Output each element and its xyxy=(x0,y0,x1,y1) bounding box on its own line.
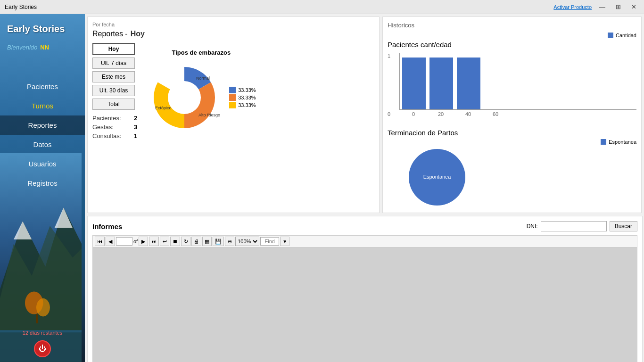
buscar-button[interactable]: Buscar xyxy=(610,221,637,231)
gestas-label: Gestas: xyxy=(92,123,130,131)
svg-text:Espontanea: Espontanea xyxy=(423,174,452,180)
sidebar-content: Early Stories Bienvenido NN Pacientes Tu… xyxy=(0,14,85,362)
x-label-0: 0 xyxy=(402,111,425,117)
sidebar-item-registros[interactable]: Registros xyxy=(0,173,85,193)
viewer-toolbar: ⏮ ◀ of ▶ ⏭ ↩ ⏹ ↻ 🖨 ▦ 💾 ⊖ 50% 75% 100% 12… xyxy=(92,235,637,247)
reportes-body: Hoy Ult. 7 días Este mes Ult. 30 días To… xyxy=(92,43,374,141)
informes-header: Informes DNI: Buscar xyxy=(92,221,637,231)
dni-label: DNI: xyxy=(527,223,538,230)
reportes-today: Hoy xyxy=(131,30,145,38)
filter-hoy[interactable]: Hoy xyxy=(92,43,135,55)
sidebar-welcome: Bienvenido NN xyxy=(0,41,85,58)
x-label-60: 60 xyxy=(484,111,507,117)
nav-prev-button[interactable]: ◀ xyxy=(106,237,115,246)
chart-tipos-title: Tipos de embarazos xyxy=(172,49,231,56)
export-button[interactable]: 💾 xyxy=(213,237,224,246)
sidebar: Early Stories Bienvenido NN Pacientes Tu… xyxy=(0,14,85,362)
bar-chart-title: Pacientes cant/edad xyxy=(388,41,636,49)
legend-label-altoriesgo: 33.33% xyxy=(238,95,256,100)
bars-container xyxy=(399,53,636,110)
nav-next-button[interactable]: ▶ xyxy=(139,237,148,246)
legend-label-normal: 33.33% xyxy=(238,87,256,93)
svg-point-11 xyxy=(168,81,201,114)
informes-panel: Informes DNI: Buscar ⏮ ◀ of ▶ ⏭ ↩ ⏹ ↻ 🖨 xyxy=(87,216,643,362)
nav-first-button[interactable]: ⏮ xyxy=(95,237,105,246)
welcome-label: Bienvenido xyxy=(7,44,37,51)
y-label-0: 0 xyxy=(388,111,390,117)
sidebar-logo: Early Stories xyxy=(0,14,85,41)
bar-0-20 xyxy=(402,58,426,109)
refresh-button[interactable]: ↻ xyxy=(181,237,190,246)
print-button[interactable]: 🖨 xyxy=(191,237,201,246)
titlebar: Early Stories Activar Producto — ⊞ ✕ xyxy=(0,0,644,14)
x-axis: 0 20 40 60 xyxy=(399,111,636,117)
donut-chart-section: Tipos de embarazos xyxy=(147,43,374,141)
legend-normal: 33.33% xyxy=(229,87,256,93)
app-title: Early Stories xyxy=(5,4,37,10)
power-button[interactable]: ⏻ xyxy=(34,340,51,357)
top-row: Por fecha Reportes - Hoy Hoy Ult. 7 días… xyxy=(85,14,644,214)
legend-label-ectopico: 33.33% xyxy=(238,102,256,108)
sidebar-nav: Pacientes Turnos Reportes Datos Usuarios… xyxy=(0,77,85,201)
reportes-header: Reportes - Hoy xyxy=(92,30,374,38)
x-label-20: 20 xyxy=(429,111,453,117)
donut-chart: Normal Alto Riesgo Ectópico xyxy=(147,60,222,135)
filter-buttons: Hoy Ult. 7 días Este mes Ult. 30 días To… xyxy=(92,43,137,110)
sidebar-item-pacientes[interactable]: Pacientes xyxy=(0,77,85,96)
maximize-button[interactable]: ⊞ xyxy=(613,2,624,11)
main-content: Por fecha Reportes - Hoy Hoy Ult. 7 días… xyxy=(85,14,644,362)
pacientes-value: 2 xyxy=(134,115,137,122)
close-button[interactable]: ✕ xyxy=(628,2,639,11)
sidebar-item-turnos[interactable]: Turnos xyxy=(0,96,85,115)
pie-legend-label: Espontanea xyxy=(609,139,636,145)
welcome-user: NN xyxy=(40,44,49,51)
activate-link[interactable]: Activar Producto xyxy=(553,4,592,10)
find-input[interactable] xyxy=(260,237,279,246)
stop-button[interactable]: ⏹ xyxy=(170,237,180,246)
pie-chart: Espontanea xyxy=(402,147,472,208)
consultas-value: 1 xyxy=(134,132,137,140)
informes-title: Informes xyxy=(92,222,122,230)
filter-total[interactable]: Total xyxy=(92,99,135,110)
por-fecha-label: Por fecha xyxy=(92,22,374,27)
sidebar-item-reportes[interactable]: Reportes xyxy=(0,115,85,135)
stat-gestas: Gestas: 3 xyxy=(92,123,137,131)
pie-legend: Espontanea xyxy=(388,139,636,145)
svg-text:Normal: Normal xyxy=(196,76,210,81)
trial-footer: 12 días restantes xyxy=(0,325,85,340)
back-button[interactable]: ↩ xyxy=(160,237,169,246)
gestas-value: 3 xyxy=(134,123,137,131)
nav-last-button[interactable]: ⏭ xyxy=(149,237,159,246)
stat-consultas: Consultas: 1 xyxy=(92,132,137,140)
filter-ult30[interactable]: Ult. 30 días xyxy=(92,85,135,96)
svg-text:Alto Riesgo: Alto Riesgo xyxy=(198,113,220,117)
reportes-panel: Por fecha Reportes - Hoy Hoy Ult. 7 días… xyxy=(87,16,380,213)
reportes-left-col: Hoy Ult. 7 días Este mes Ult. 30 días To… xyxy=(92,43,137,141)
bar-legend-color xyxy=(608,33,613,38)
zoom-out-button[interactable]: ⊖ xyxy=(225,237,234,246)
donut-legend: 33.33% 33.33% 33.33% xyxy=(229,87,256,108)
page-number-input[interactable] xyxy=(116,237,132,246)
legend-altoriesgo: 33.33% xyxy=(229,94,256,101)
zoom-select[interactable]: 50% 75% 100% 125% 150% 200% xyxy=(235,237,259,246)
bar-chart-legend: Cantidad xyxy=(388,33,636,38)
bar-chart: 1 0 0 20 40 xyxy=(388,53,636,126)
sidebar-item-usuarios[interactable]: Usuarios xyxy=(0,154,85,173)
dni-input[interactable] xyxy=(541,221,607,231)
bar-40-60 xyxy=(457,58,480,109)
svg-text:Ectópico: Ectópico xyxy=(155,106,172,110)
bar-chart-section: Cantidad Pacientes cant/edad 1 0 xyxy=(388,33,636,126)
legend-color-ectopico xyxy=(229,102,236,108)
pie-legend-color xyxy=(601,139,606,145)
find-dropdown-button[interactable]: ▼ xyxy=(280,237,289,246)
filter-ult7[interactable]: Ult. 7 días xyxy=(92,58,135,69)
consultas-label: Consultas: xyxy=(92,132,130,140)
sidebar-item-datos[interactable]: Datos xyxy=(0,135,85,154)
informes-search: DNI: Buscar xyxy=(527,221,637,231)
bar-20-40 xyxy=(429,58,453,109)
layout-button[interactable]: ▦ xyxy=(202,237,212,246)
minimize-button[interactable]: — xyxy=(596,2,608,11)
y-axis: 1 0 xyxy=(388,53,390,117)
y-label-1: 1 xyxy=(388,53,390,59)
filter-estemes[interactable]: Este mes xyxy=(92,71,135,82)
